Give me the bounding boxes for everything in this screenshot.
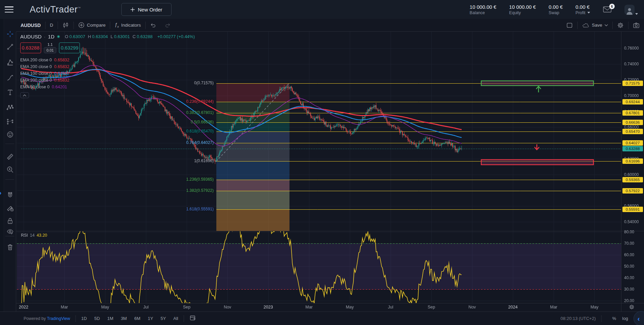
- tradingview-link[interactable]: TradingView: [47, 316, 70, 321]
- emoji-icon[interactable]: [5, 129, 15, 140]
- market-status-icon[interactable]: [57, 35, 60, 38]
- trend-line-icon[interactable]: [5, 42, 15, 52]
- time-axis[interactable]: 2022MarMayJulSepNov2023MarMayJulSepNov20…: [16, 303, 621, 312]
- delete-icon[interactable]: [5, 242, 15, 252]
- range-3m-button[interactable]: 3M: [121, 316, 127, 321]
- expand-left-panel-icon[interactable]: ›: [0, 189, 1, 197]
- range-1d-button[interactable]: 1D: [81, 316, 87, 321]
- time-axis-label: Mar: [61, 305, 68, 309]
- date-range-buttons: 1D5D1M3M6M1Y5YAll: [81, 316, 178, 321]
- pane-separator[interactable]: [16, 231, 644, 231]
- redo-button[interactable]: [160, 19, 175, 31]
- fib-level-label: 0.382(0.67801): [147, 110, 214, 115]
- percent-scale-button[interactable]: %: [612, 316, 616, 321]
- log-scale-button[interactable]: log: [622, 316, 628, 321]
- time-axis-label: 2023: [264, 305, 273, 309]
- chart-legend: AUDUSD · 1D O0.63007H0.63304L0.63001C0.6…: [20, 34, 195, 98]
- hide-drawings-icon[interactable]: [5, 227, 15, 237]
- save-button[interactable]: Save: [578, 19, 612, 31]
- indicator-row[interactable]: EMA 200 close 00.65832: [20, 57, 195, 63]
- range-all-button[interactable]: All: [173, 316, 178, 321]
- indicator-row[interactable]: EMA 100 close 00.64932: [20, 70, 195, 77]
- xabcd-pattern-icon[interactable]: [5, 102, 15, 113]
- new-order-button[interactable]: New Order: [121, 3, 172, 16]
- layout-button[interactable]: [562, 19, 577, 31]
- time-axis-label: Nov: [224, 305, 231, 309]
- range-1y-button[interactable]: 1Y: [148, 316, 153, 321]
- indicators-button[interactable]: ƒx Indicators: [110, 19, 145, 31]
- time-axis-label: Jul: [143, 305, 149, 309]
- spread-display: 1.1 0.01: [44, 42, 56, 53]
- chart-settings-button[interactable]: [613, 19, 628, 31]
- fib-price-tag: 0.65470: [622, 129, 643, 134]
- legend-symbol[interactable]: AUDUSD: [20, 34, 41, 39]
- time-axis-label: Sep: [183, 305, 190, 309]
- fib-price-tag: 0.61696: [622, 158, 643, 164]
- rsi-legend[interactable]: RSI 14 43.20: [21, 233, 47, 238]
- account-swap: 0.00 €Swap: [549, 4, 563, 15]
- avatar[interactable]: [624, 5, 635, 15]
- indicator-row[interactable]: EMA 50 close 00.64201: [20, 84, 195, 90]
- fib-price-tag: 0.57922: [622, 188, 643, 194]
- plus-icon: [130, 7, 135, 12]
- left-panel-collapsed: ›: [0, 19, 4, 325]
- clock[interactable]: 08:20:13 (UTC+2): [560, 316, 595, 321]
- legend-interval: 1D: [48, 34, 54, 39]
- time-axis-label: Nov: [468, 305, 476, 309]
- menu-icon[interactable]: [5, 6, 13, 12]
- brush-icon[interactable]: [5, 73, 15, 83]
- ruler-icon[interactable]: [5, 152, 15, 162]
- mail-icon[interactable]: 6: [603, 6, 612, 14]
- chart-style-button[interactable]: [58, 19, 73, 31]
- chart-toolbar: AUDUSD D Compare ƒx Indicators: [16, 19, 644, 32]
- sell-button[interactable]: 0.63288: [20, 42, 41, 53]
- forecast-icon[interactable]: [5, 117, 15, 127]
- interval-button[interactable]: D: [45, 19, 58, 31]
- fib-retracement-icon[interactable]: [5, 57, 15, 67]
- fib-level-label: 1.618(0.55591): [147, 207, 214, 211]
- avatar-caret-icon[interactable]: [635, 13, 638, 15]
- range-5d-button[interactable]: 5D: [94, 316, 100, 321]
- rsi-axis-label: 50.00: [624, 264, 634, 269]
- snapshot-button[interactable]: [628, 19, 644, 31]
- buy-button[interactable]: 0.63299: [59, 42, 80, 53]
- compare-button[interactable]: Compare: [74, 19, 110, 31]
- fib-price-tag: 0.69244: [622, 99, 643, 105]
- candles-icon: [62, 22, 69, 29]
- drawing-tools-rail: [4, 32, 16, 312]
- collapse-legend-button[interactable]: [20, 92, 29, 98]
- app-logo: ActivTrader™: [30, 4, 81, 15]
- range-5y-button[interactable]: 5Y: [160, 316, 166, 321]
- zoom-in-icon[interactable]: [5, 165, 15, 175]
- rsi-axis-label: 70.00: [624, 241, 634, 246]
- symbol-button[interactable]: AUDUSD: [16, 19, 45, 31]
- time-axis-settings-icon[interactable]: [629, 304, 635, 311]
- crosshair-icon[interactable]: [5, 29, 15, 39]
- lock-all-icon[interactable]: [5, 216, 15, 226]
- text-icon[interactable]: [5, 87, 15, 97]
- undo-button[interactable]: [146, 19, 160, 31]
- fib-price-tag: 0.71575: [622, 81, 643, 86]
- drawing-lock-icon[interactable]: [5, 203, 15, 213]
- time-axis-label: 2024: [508, 305, 518, 309]
- price-axis-label: 0.70000: [624, 93, 639, 98]
- profit-caret-icon[interactable]: [587, 12, 590, 13]
- price-axis[interactable]: 0.540000.560000.580000.600000.620000.640…: [621, 32, 644, 303]
- rsi-axis-label: 80.00: [624, 229, 634, 235]
- camera-icon: [633, 22, 640, 28]
- time-axis-label: Jul: [388, 305, 393, 309]
- account-profit: 0.00 €Profit: [576, 4, 590, 15]
- rsi-axis-label: 20.00: [624, 298, 634, 303]
- range-1m-button[interactable]: 1M: [107, 316, 113, 321]
- fib-price-tag: 0.55591: [622, 207, 643, 212]
- chevron-up-icon: [23, 94, 26, 96]
- range-6m-button[interactable]: 6M: [134, 316, 140, 321]
- quote-panel: 0.63288 1.1 0.01 0.63299: [20, 42, 195, 53]
- ohlc-values: O0.63007H0.63304L0.63001C0.63288: [65, 34, 154, 39]
- price-axis-label: 0.60000: [624, 172, 639, 177]
- go-to-date-button[interactable]: [189, 315, 196, 322]
- magnet-icon[interactable]: [5, 190, 15, 200]
- indicator-row[interactable]: EMA 200 close 00.65832: [20, 63, 195, 70]
- indicator-row[interactable]: EMA 200 close 00.65832: [20, 77, 195, 84]
- account-balance: 10 000.00 €Balance: [470, 4, 496, 15]
